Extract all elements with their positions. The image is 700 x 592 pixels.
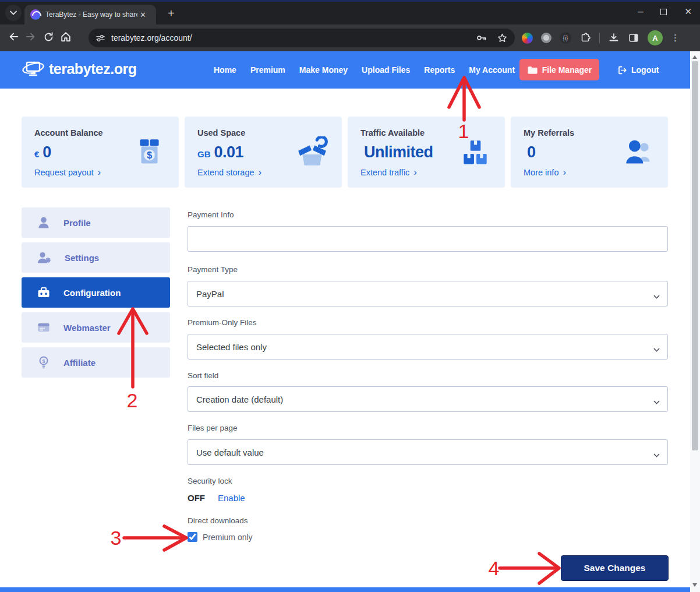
browser-menu-icon[interactable]: ⋮ [671, 33, 680, 43]
scrollbar-up-arrow[interactable] [692, 55, 697, 59]
card-value: 0 [527, 143, 536, 161]
sidebar-item-affiliate[interactable]: $ Affiliate [22, 347, 170, 378]
window-maximize-button[interactable] [660, 9, 667, 15]
annotation-number-2: 2 [123, 389, 141, 412]
scrollbar-thumb[interactable] [692, 61, 698, 450]
save-changes-button[interactable]: Save Changes [561, 555, 669, 581]
sort-field-select[interactable]: Creation date (default) [188, 386, 668, 412]
url-bar[interactable]: terabytez.org/account/ [89, 29, 515, 47]
braces-extension-icon[interactable]: {i} [560, 32, 571, 44]
site-controls-icon[interactable] [96, 33, 105, 43]
home-button[interactable] [57, 31, 75, 45]
brand-text: terabytez.org [49, 61, 136, 77]
side-panel-icon[interactable] [628, 32, 639, 44]
user-icon [37, 216, 51, 230]
page-scrollbar[interactable] [690, 51, 700, 592]
window-close-button[interactable]: ✕ [684, 6, 692, 17]
file-manager-button[interactable]: File Manager [519, 59, 599, 80]
files-per-page-select-wrap: Use default value [188, 439, 668, 465]
downloads-icon[interactable] [608, 32, 620, 44]
file-manager-label: File Manager [542, 65, 592, 75]
toolbar-divider [599, 33, 600, 43]
open-box-icon [295, 136, 329, 170]
toolbox-icon [37, 286, 51, 299]
direct-downloads-label: Direct downloads [188, 516, 248, 525]
nav-link-home[interactable]: Home [214, 65, 236, 75]
sidebar-item-webmaster[interactable]: Webmaster [22, 312, 170, 343]
logout-label: Logout [631, 65, 659, 75]
payment-type-select[interactable]: PayPal [188, 281, 668, 306]
logout-link[interactable]: Logout [617, 51, 659, 89]
extension-dot-icon[interactable] [541, 33, 551, 43]
window-minimize-button[interactable]: – [638, 6, 644, 17]
sidebar-item-label: Webmaster [63, 323, 111, 333]
payment-type-label: Payment Type [188, 265, 238, 274]
card-link-label: Extend traffic [360, 168, 409, 177]
bookmark-star-icon[interactable] [497, 33, 508, 44]
card-value: Unlimited [364, 143, 433, 161]
site-logo[interactable]: terabytez.org [22, 58, 136, 79]
request-payout-link[interactable]: Request payout› [34, 168, 101, 177]
sidebar-item-label: Configuration [63, 288, 121, 298]
browser-window: TeraBytez - Easy way to share y ✕ + – ✕ [0, 0, 700, 592]
extend-traffic-link[interactable]: Extend traffic› [360, 168, 417, 177]
svg-text:$: $ [42, 358, 45, 364]
traffic-available-card: Traffic Available Unlimited Extend traff… [348, 117, 505, 188]
premium-only-files-label: Premium-Only Files [188, 318, 257, 327]
browser-tab[interactable]: TeraBytez - Easy way to share y ✕ [24, 5, 156, 24]
password-key-icon[interactable] [476, 32, 487, 44]
nav-links: Home Premium Make Money Upload Files Rep… [214, 51, 515, 89]
chevron-right-icon: › [259, 168, 262, 177]
tab-search-button[interactable] [5, 5, 22, 21]
nav-link-premium[interactable]: Premium [250, 65, 285, 75]
sort-field-select-wrap: Creation date (default) [188, 386, 668, 412]
reload-button[interactable] [40, 31, 57, 45]
annotation-number-3: 3 [107, 527, 125, 549]
security-lock-row: OFF Enable [188, 493, 245, 503]
nav-link-reports[interactable]: Reports [424, 65, 455, 75]
security-lock-enable-link[interactable]: Enable [218, 493, 245, 503]
more-info-link[interactable]: More info› [524, 168, 566, 177]
payment-info-input[interactable] [188, 226, 668, 252]
sidebar-item-label: Profile [63, 218, 91, 228]
browser-window-icon [37, 320, 51, 334]
stacked-boxes-icon [458, 136, 492, 170]
sidebar-item-profile[interactable]: Profile [22, 207, 170, 238]
url-text[interactable]: terabytez.org/account/ [111, 33, 476, 43]
back-button[interactable] [5, 31, 22, 45]
premium-only-checkbox[interactable] [188, 532, 197, 542]
used-space-card: Used Space GB 0.01 Extend storage› [185, 117, 342, 188]
sidebar-item-label: Settings [65, 253, 99, 263]
card-value: 0.01 [214, 143, 244, 161]
forward-button[interactable] [22, 31, 40, 45]
tab-title: TeraBytez - Easy way to share y [45, 10, 137, 19]
sidebar-item-settings[interactable]: Settings [22, 242, 170, 273]
new-tab-button[interactable]: + [168, 8, 175, 19]
page-footer-strip [0, 587, 690, 592]
nav-link-my-account[interactable]: My Account [469, 65, 515, 75]
files-per-page-select[interactable]: Use default value [188, 439, 668, 465]
scrollbar-down-arrow[interactable] [692, 583, 697, 587]
payment-info-label: Payment Info [188, 210, 234, 219]
users-icon [621, 136, 655, 170]
idm-extension-icon[interactable] [522, 33, 533, 44]
bulb-dollar-icon: $ [37, 355, 51, 369]
sidebar-item-configuration[interactable]: Configuration [22, 277, 170, 308]
card-unit: € [34, 149, 39, 159]
tab-strip: TeraBytez - Easy way to share y ✕ + – ✕ [0, 2, 700, 24]
security-lock-label: Security lock [188, 477, 232, 485]
site-navbar: terabytez.org Home Premium Make Money Up… [0, 51, 690, 89]
tab-close-icon[interactable]: ✕ [140, 10, 146, 19]
browser-toolbar: terabytez.org/account/ {i} A ⋮ [0, 24, 700, 51]
dollar-box-icon: $ [132, 136, 166, 170]
extensions-puzzle-icon[interactable] [579, 32, 591, 44]
extend-storage-link[interactable]: Extend storage› [197, 168, 261, 177]
svg-text:$: $ [147, 150, 152, 161]
premium-only-checkbox-label[interactable]: Premium only [203, 533, 253, 542]
profile-avatar[interactable]: A [648, 30, 663, 45]
nav-link-make-money[interactable]: Make Money [299, 65, 348, 75]
nav-link-upload-files[interactable]: Upload Files [362, 65, 410, 75]
premium-only-files-select[interactable]: Selected files only [188, 334, 668, 360]
card-link-label: Extend storage [197, 168, 254, 177]
direct-downloads-row: Premium only [188, 532, 253, 542]
